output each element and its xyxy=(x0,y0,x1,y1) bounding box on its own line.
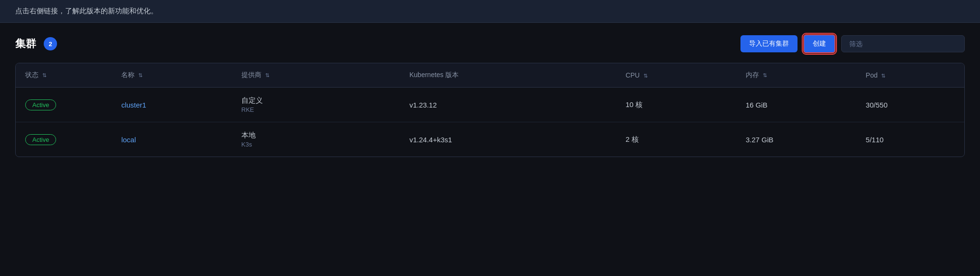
table-header: 状态 ⇅ 名称 ⇅ 提供商 ⇅ Kubernetes 版本 xyxy=(16,63,964,88)
cell-memory-1: 3.27 GiB xyxy=(736,122,856,157)
col-header-memory[interactable]: 内存 ⇅ xyxy=(736,63,856,88)
cell-pod-0: 30/550 xyxy=(856,88,964,122)
col-header-pod[interactable]: Pod ⇅ xyxy=(856,63,964,88)
toolbar: 集群 2 导入已有集群 创建 xyxy=(15,34,965,53)
cell-memory-0: 16 GiB xyxy=(736,88,856,122)
status-badge-1: Active xyxy=(25,134,56,145)
page-title: 集群 xyxy=(15,37,36,51)
create-cluster-button[interactable]: 创建 xyxy=(803,34,836,53)
cluster-link-0[interactable]: cluster1 xyxy=(121,101,146,109)
sort-icon-pod: ⇅ xyxy=(881,73,885,79)
cell-status-1: Active xyxy=(16,122,112,157)
cell-provider-1: 本地 K3s xyxy=(232,122,400,157)
cell-provider-0: 自定义 RKE xyxy=(232,88,400,122)
banner-text: 点击右侧链接，了解此版本的新功能和优化。 xyxy=(15,7,158,15)
provider-sub-0: RKE xyxy=(241,106,391,113)
table-row[interactable]: Active cluster1 自定义 RKE v1.23.12 10 核 16… xyxy=(16,88,964,122)
cluster-table: 状态 ⇅ 名称 ⇅ 提供商 ⇅ Kubernetes 版本 xyxy=(16,63,964,157)
filter-input[interactable] xyxy=(841,35,965,52)
cell-k8s-0: v1.23.12 xyxy=(400,88,616,122)
provider-main-0: 自定义 xyxy=(241,96,391,105)
col-header-provider[interactable]: 提供商 ⇅ xyxy=(232,63,400,88)
table-body: Active cluster1 自定义 RKE v1.23.12 10 核 16… xyxy=(16,88,964,157)
sort-icon-status: ⇅ xyxy=(42,72,47,79)
sort-icon-provider: ⇅ xyxy=(265,72,269,79)
toolbar-right: 导入已有集群 创建 xyxy=(740,34,965,53)
cell-name-1: local xyxy=(112,122,232,157)
cell-name-0: cluster1 xyxy=(112,88,232,122)
col-header-cpu[interactable]: CPU ⇅ xyxy=(616,63,736,88)
sort-icon-memory: ⇅ xyxy=(763,72,767,79)
cell-status-0: Active xyxy=(16,88,112,122)
cell-cpu-1: 2 核 xyxy=(616,122,736,157)
cell-k8s-1: v1.24.4+k3s1 xyxy=(400,122,616,157)
provider-sub-1: K3s xyxy=(241,141,391,148)
table-row[interactable]: Active local 本地 K3s v1.24.4+k3s1 2 核 3.2… xyxy=(16,122,964,157)
main-content: 集群 2 导入已有集群 创建 状态 ⇅ 名称 ⇅ xyxy=(0,23,980,168)
cell-cpu-0: 10 核 xyxy=(616,88,736,122)
col-header-status[interactable]: 状态 ⇅ xyxy=(16,63,112,88)
cluster-count-badge: 2 xyxy=(44,37,57,50)
status-badge-0: Active xyxy=(25,99,56,110)
provider-main-1: 本地 xyxy=(241,131,391,140)
cell-pod-1: 5/110 xyxy=(856,122,964,157)
import-cluster-button[interactable]: 导入已有集群 xyxy=(740,35,797,52)
sort-icon-cpu: ⇅ xyxy=(644,73,648,79)
announcement-banner: 点击右侧链接，了解此版本的新功能和优化。 xyxy=(0,0,980,23)
sort-icon-name: ⇅ xyxy=(138,72,143,79)
col-header-name[interactable]: 名称 ⇅ xyxy=(112,63,232,88)
cluster-table-container: 状态 ⇅ 名称 ⇅ 提供商 ⇅ Kubernetes 版本 xyxy=(15,63,965,157)
cluster-link-1[interactable]: local xyxy=(121,136,136,144)
col-header-kubernetes: Kubernetes 版本 xyxy=(400,63,616,88)
